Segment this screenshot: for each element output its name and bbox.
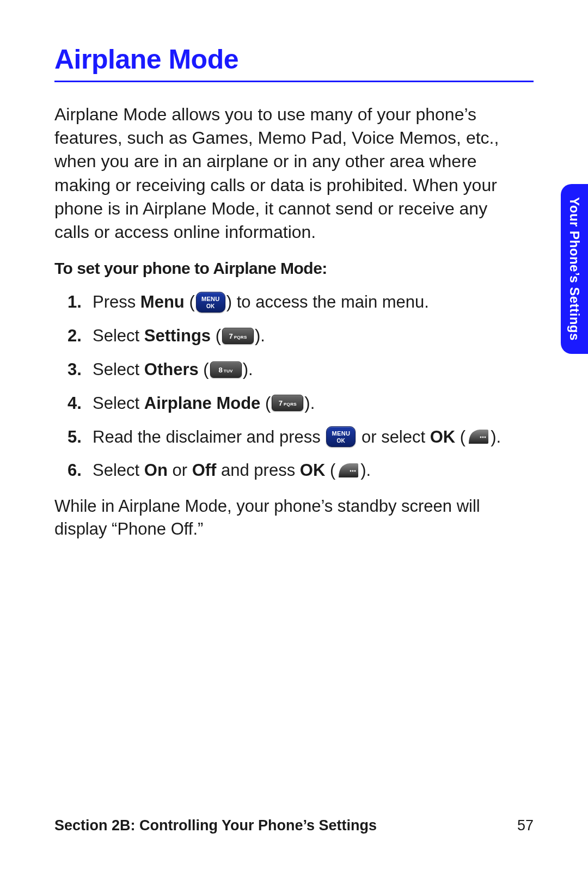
step-text: Select	[93, 360, 144, 379]
key-letters: TUV	[224, 369, 233, 373]
key-digit: 7	[279, 399, 283, 407]
key-letters: PQRS	[234, 335, 247, 340]
step-text: Select	[93, 461, 144, 480]
footer-section-title: Section 2B: Controlling Your Phone’s Set…	[54, 817, 377, 834]
key-digit: 8	[219, 366, 223, 374]
step-text: Press	[93, 292, 140, 311]
section-side-tab: Your Phone’s Settings	[561, 184, 588, 354]
key-7-icon: 7PQRS	[222, 328, 254, 344]
step-4: Select Airplane Mode (7PQRS).	[93, 392, 534, 415]
step-text: Select	[93, 326, 144, 345]
key-digit: 7	[229, 332, 232, 340]
key-8-icon: 8TUV	[210, 362, 242, 378]
svg-point-1	[482, 437, 484, 438]
steps-list: Press Menu (MENU) to access the main men…	[54, 291, 534, 482]
intro-paragraph: Airplane Mode allows you to use many of …	[54, 103, 512, 244]
step-bold: Menu	[140, 292, 185, 311]
key-7-icon: 7PQRS	[272, 395, 303, 411]
page-footer: Section 2B: Controlling Your Phone’s Set…	[54, 817, 534, 834]
closing-paragraph: While in Airplane Mode, your phone’s sta…	[54, 495, 534, 541]
step-text: or	[168, 461, 192, 480]
key-letters: PQRS	[284, 402, 297, 407]
page-title: Airplane Mode	[54, 44, 534, 75]
step-bold: On	[144, 461, 168, 480]
menu-ok-key-icon: MENU	[196, 292, 225, 313]
step-text: to access the main menu.	[237, 292, 429, 311]
side-tab-label: Your Phone’s Settings	[567, 197, 582, 341]
step-bold: Others	[144, 360, 199, 379]
step-2: Select Settings (7PQRS).	[93, 324, 534, 347]
footer-page-number: 57	[517, 817, 534, 834]
procedure-heading: To set your phone to Airplane Mode:	[54, 259, 534, 278]
softkey-icon	[467, 427, 489, 446]
step-text: Select	[93, 394, 144, 413]
step-bold: OK	[430, 427, 456, 446]
step-bold: Off	[192, 461, 217, 480]
step-bold: Airplane Mode	[144, 394, 261, 413]
step-6: Select On or Off and press OK ( ).	[93, 459, 534, 482]
step-5: Read the disclaimer and press MENU or se…	[93, 426, 534, 449]
svg-point-4	[352, 470, 354, 472]
step-bold: Settings	[144, 326, 211, 345]
step-text: and press	[216, 461, 299, 480]
softkey-icon	[336, 461, 359, 480]
step-3: Select Others (8TUV).	[93, 358, 534, 381]
step-text: Read the disclaimer and press	[93, 427, 325, 446]
step-bold: OK	[300, 461, 326, 480]
menu-ok-key-icon: MENU	[326, 426, 356, 447]
svg-point-0	[480, 437, 482, 438]
svg-point-3	[350, 470, 352, 472]
svg-point-2	[485, 437, 486, 438]
svg-point-5	[354, 470, 356, 472]
heading-rule	[54, 81, 534, 82]
step-text: or select	[362, 427, 430, 446]
step-1: Press Menu (MENU) to access the main men…	[93, 291, 534, 314]
manual-page: Airplane Mode Airplane Mode allows you t…	[0, 0, 588, 882]
